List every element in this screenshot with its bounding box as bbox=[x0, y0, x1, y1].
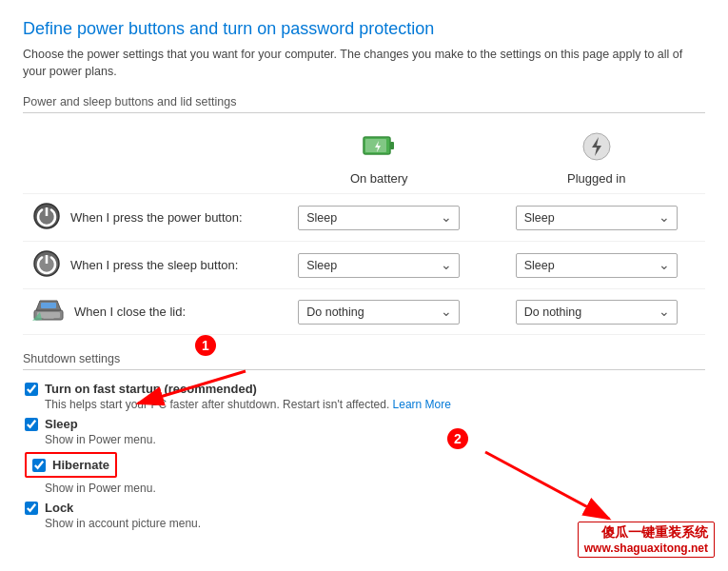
shutdown-item-hibernate: HibernateShow in Power menu. bbox=[23, 452, 705, 495]
sleep-button-pluggedin-dropdown[interactable]: SleepHibernateShut downTurn off the disp… bbox=[516, 253, 678, 278]
sleep-button-label: When I press the sleep button: bbox=[70, 258, 238, 272]
settings-row-lid: When I close the lid:SleepHibernateShut … bbox=[23, 289, 705, 335]
power-button-battery-cell: SleepHibernateShut downTurn off the disp… bbox=[270, 194, 488, 242]
lid-battery-dropdown[interactable]: SleepHibernateShut downTurn off the disp… bbox=[298, 300, 460, 325]
power-button-battery-dropdown[interactable]: SleepHibernateShut downTurn off the disp… bbox=[298, 206, 460, 230]
shutdown-item-fast-startup: Turn on fast startup (recommended)This h… bbox=[23, 382, 705, 411]
col-header-label bbox=[23, 125, 270, 194]
lid-icon bbox=[32, 297, 65, 326]
settings-row-sleep-button: When I press the sleep button:SleepHiber… bbox=[23, 242, 705, 289]
watermark-line2: www.shaguaxitong.net bbox=[584, 541, 708, 555]
hibernate-highlight-box: Hibernate bbox=[25, 452, 117, 478]
sub-text-fast-startup: This helps start your PC faster after sh… bbox=[25, 398, 705, 411]
annotation-number-2: 2 bbox=[447, 428, 468, 449]
label-sleep: Sleep bbox=[45, 417, 78, 431]
annotation-number-1: 1 bbox=[195, 335, 216, 356]
lid-battery-cell: SleepHibernateShut downTurn off the disp… bbox=[270, 289, 488, 335]
svg-rect-2 bbox=[365, 139, 386, 152]
power-button-icon bbox=[32, 202, 61, 233]
sleep-button-icon bbox=[32, 249, 61, 281]
shutdown-checkbox-row-lock: Lock bbox=[25, 501, 705, 515]
row-label-cell-lid: When I close the lid: bbox=[23, 289, 270, 335]
lid-pluggedin-dropdown[interactable]: SleepHibernateShut downTurn off the disp… bbox=[516, 300, 678, 325]
power-button-label: When I press the power button: bbox=[70, 210, 243, 225]
sleep-button-pluggedin-cell: SleepHibernateShut downTurn off the disp… bbox=[488, 242, 706, 289]
plugged-in-icon bbox=[580, 129, 614, 167]
checkbox-fast-startup[interactable] bbox=[25, 383, 38, 396]
col-header-plugged-in: Plugged in bbox=[488, 125, 706, 194]
watermark-line1: 傻瓜一键重装系统 bbox=[584, 524, 708, 541]
svg-rect-12 bbox=[41, 303, 56, 308]
lid-label: When I close the lid: bbox=[74, 305, 186, 319]
shutdown-section-header: Shutdown settings bbox=[23, 352, 705, 370]
svg-rect-1 bbox=[390, 142, 394, 149]
row-label-cell-power-button: When I press the power button: bbox=[23, 194, 270, 242]
label-lock: Lock bbox=[45, 501, 73, 515]
checkbox-sleep[interactable] bbox=[25, 418, 38, 431]
plug-svg bbox=[580, 129, 614, 164]
lid-pluggedin-cell: SleepHibernateShut downTurn off the disp… bbox=[488, 289, 706, 335]
row-label-cell-sleep-button: When I press the sleep button: bbox=[23, 242, 270, 289]
shutdown-item-sleep: SleepShow in Power menu. bbox=[23, 417, 705, 446]
settings-row-power-button: When I press the power button:SleepHiber… bbox=[23, 194, 705, 242]
sleep-button-battery-dropdown[interactable]: SleepHibernateShut downTurn off the disp… bbox=[298, 253, 460, 278]
shutdown-checkbox-row-fast-startup: Turn on fast startup (recommended) bbox=[25, 382, 705, 396]
sub-text-sleep: Show in Power menu. bbox=[25, 433, 705, 446]
power-button-pluggedin-dropdown[interactable]: SleepHibernateShut downTurn off the disp… bbox=[516, 206, 678, 230]
sleep-button-battery-cell: SleepHibernateShut downTurn off the disp… bbox=[270, 242, 488, 289]
checkbox-lock[interactable] bbox=[25, 502, 38, 515]
power-button-pluggedin-cell: SleepHibernateShut downTurn off the disp… bbox=[488, 194, 706, 242]
page-title: Define power buttons and turn on passwor… bbox=[23, 19, 705, 39]
shutdown-checkbox-row-hibernate: Hibernate bbox=[32, 458, 109, 472]
battery-svg bbox=[362, 128, 396, 163]
shutdown-section: Turn on fast startup (recommended)This h… bbox=[23, 382, 705, 530]
number-1-badge: 1 bbox=[195, 335, 216, 356]
number-2-badge: 2 bbox=[447, 428, 468, 449]
settings-table: On battery Plugged in bbox=[23, 125, 705, 335]
plugged-in-label: Plugged in bbox=[567, 171, 625, 186]
battery-icon bbox=[362, 128, 396, 167]
page-description: Choose the power settings that you want … bbox=[23, 47, 705, 80]
checkbox-hibernate[interactable] bbox=[32, 459, 46, 472]
watermark: 傻瓜一键重装系统 www.shaguaxitong.net bbox=[578, 522, 715, 558]
buttons-lid-section-header: Power and sleep buttons and lid settings bbox=[23, 95, 705, 113]
sub-text-hibernate: Show in Power menu. bbox=[25, 482, 705, 495]
shutdown-checkbox-row-sleep: Sleep bbox=[25, 417, 705, 431]
page-container: Define power buttons and turn on passwor… bbox=[0, 0, 728, 571]
label-hibernate: Hibernate bbox=[52, 458, 109, 472]
col-header-on-battery: On battery bbox=[270, 125, 488, 194]
learn-more-link[interactable]: Learn More bbox=[393, 398, 451, 411]
label-fast-startup: Turn on fast startup (recommended) bbox=[45, 382, 257, 396]
on-battery-label: On battery bbox=[350, 171, 408, 186]
